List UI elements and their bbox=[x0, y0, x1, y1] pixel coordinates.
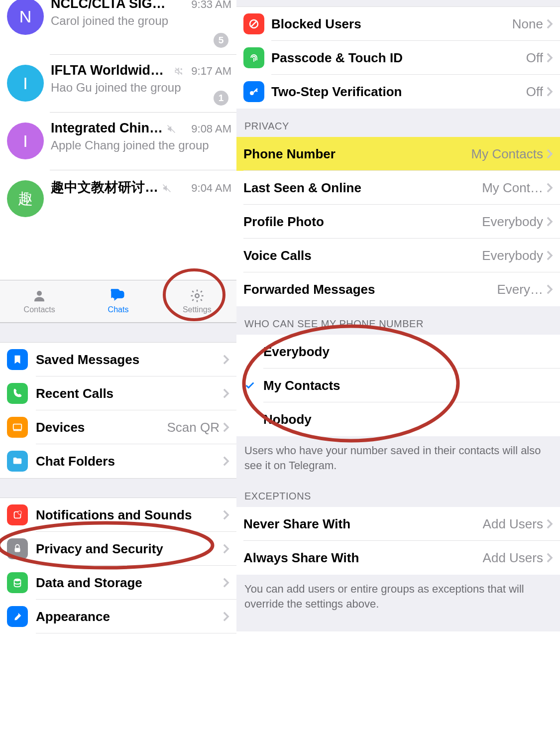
row-value: My Contacts bbox=[471, 146, 544, 162]
chevron-right-icon bbox=[546, 284, 553, 295]
chevron-right-icon bbox=[546, 52, 553, 63]
chat-time: 9:17 AM bbox=[191, 65, 231, 78]
chat-title: Integrated Chin… bbox=[51, 121, 163, 136]
muted-icon bbox=[167, 124, 176, 135]
row-passcode[interactable]: Passcode & Touch ID Off bbox=[236, 41, 560, 75]
section-footer-who: Users who have your number saved in thei… bbox=[236, 436, 560, 486]
settings-chat-folders[interactable]: Chat Folders bbox=[0, 444, 236, 478]
left-pane: N NCLC/CLTA SIG… 9:33 AM Carol joined th… bbox=[0, 0, 236, 747]
chat-time: 9:04 AM bbox=[191, 182, 231, 195]
chat-row[interactable]: I IFLTA Worldwide… 9:17 AM Hao Gu joined… bbox=[0, 55, 236, 113]
settings-data-storage[interactable]: Data and Storage bbox=[0, 566, 236, 600]
row-value: Everybody bbox=[482, 214, 543, 230]
chat-row[interactable]: I Integrated Chin… 9:08 AM Apple Chang j… bbox=[0, 113, 236, 170]
row-forwarded-messages[interactable]: Forwarded Messages Every… bbox=[236, 272, 560, 306]
row-label: Privacy and Security bbox=[36, 541, 163, 557]
settings-notifications[interactable]: Notifications and Sounds bbox=[0, 498, 236, 532]
section-footer-exceptions: You can add users or entire groups as ex… bbox=[236, 575, 560, 631]
option-nobody[interactable]: Nobody bbox=[236, 402, 560, 436]
row-two-step[interactable]: Two-Step Verification Off bbox=[236, 75, 560, 109]
svg-line-11 bbox=[251, 21, 256, 26]
chevron-right-icon bbox=[546, 182, 553, 193]
chevron-right-icon bbox=[546, 86, 553, 97]
chevron-right-icon bbox=[546, 148, 553, 159]
row-phone-number[interactable]: Phone Number My Contacts bbox=[236, 137, 560, 171]
row-label: Never Share With bbox=[243, 516, 350, 532]
tab-contacts[interactable]: Contacts bbox=[0, 280, 79, 322]
chevron-right-icon bbox=[223, 388, 229, 399]
bookmark-icon bbox=[7, 349, 28, 370]
storage-icon bbox=[7, 572, 28, 593]
row-never-share[interactable]: Never Share With Add Users bbox=[236, 507, 560, 541]
row-label: Profile Photo bbox=[243, 214, 324, 230]
row-label: Last Seen & Online bbox=[243, 180, 361, 196]
settings-recent-calls[interactable]: Recent Calls bbox=[0, 376, 236, 410]
settings-saved-messages[interactable]: Saved Messages bbox=[0, 343, 236, 376]
row-profile-photo[interactable]: Profile Photo Everybody bbox=[236, 205, 560, 239]
svg-point-3 bbox=[195, 294, 199, 298]
check-icon bbox=[244, 380, 255, 391]
section-gap bbox=[0, 323, 236, 343]
tab-bar: Contacts Chats Settings bbox=[0, 280, 236, 323]
row-value: My Cont… bbox=[482, 180, 543, 196]
chevron-right-icon bbox=[546, 552, 553, 563]
chevron-right-icon bbox=[223, 354, 229, 365]
chat-subtitle: Apple Chang joined the group bbox=[51, 138, 231, 153]
settings-privacy-security[interactable]: Privacy and Security bbox=[0, 532, 236, 566]
right-pane: Blocked Users None Passcode & Touch ID O… bbox=[236, 0, 560, 747]
row-value: None bbox=[512, 16, 543, 32]
row-blocked-users[interactable]: Blocked Users None bbox=[236, 7, 560, 41]
row-label: Notifications and Sounds bbox=[36, 507, 192, 523]
chats-icon bbox=[110, 288, 126, 303]
option-label: My Contacts bbox=[263, 378, 340, 393]
muted-icon bbox=[162, 183, 171, 194]
row-always-share[interactable]: Always Share With Add Users bbox=[236, 541, 560, 575]
row-label: Saved Messages bbox=[36, 352, 139, 368]
svg-point-12 bbox=[250, 91, 254, 95]
settings-devices[interactable]: Devices Scan QR bbox=[0, 410, 236, 444]
row-value: Every… bbox=[497, 282, 543, 297]
row-label: Data and Storage bbox=[36, 575, 142, 591]
muted-icon bbox=[174, 66, 183, 77]
chevron-right-icon bbox=[546, 216, 553, 227]
chat-subtitle: Carol joined the group bbox=[51, 13, 231, 28]
chat-time: 9:33 AM bbox=[191, 0, 231, 11]
chevron-right-icon bbox=[546, 18, 553, 29]
svg-rect-8 bbox=[15, 548, 20, 552]
row-value: Scan QR bbox=[167, 420, 220, 435]
svg-point-2 bbox=[37, 291, 42, 296]
row-label: Recent Calls bbox=[36, 386, 113, 401]
tab-chats[interactable]: Chats bbox=[79, 280, 157, 322]
option-everybody[interactable]: Everybody bbox=[236, 335, 560, 369]
chevron-right-icon bbox=[546, 518, 553, 529]
option-my-contacts[interactable]: My Contacts bbox=[236, 369, 560, 402]
settings-appearance[interactable]: Appearance bbox=[0, 600, 236, 633]
chat-subtitle: Hao Gu joined the group bbox=[51, 80, 231, 95]
row-label: Voice Calls bbox=[243, 248, 312, 263]
chat-row[interactable]: N NCLC/CLTA SIG… 9:33 AM Carol joined th… bbox=[0, 0, 236, 55]
chevron-right-icon bbox=[223, 577, 229, 588]
unread-badge: 5 bbox=[214, 33, 228, 48]
row-label: Chat Folders bbox=[36, 454, 115, 469]
row-value: Add Users bbox=[483, 516, 543, 532]
row-value: Off bbox=[526, 84, 543, 100]
tab-settings[interactable]: Settings bbox=[158, 280, 236, 322]
section-gap bbox=[0, 478, 236, 498]
chat-title: IFLTA Worldwide… bbox=[51, 63, 170, 78]
row-voice-calls[interactable]: Voice Calls Everybody bbox=[236, 239, 560, 272]
chat-row[interactable]: 趣 趣中文教材研讨… 9:04 AM bbox=[0, 170, 236, 228]
row-label: Phone Number bbox=[243, 146, 336, 162]
tab-label: Settings bbox=[183, 305, 212, 314]
section-header-privacy: PRIVACY bbox=[236, 109, 560, 137]
row-value: Add Users bbox=[483, 550, 543, 566]
devices-icon bbox=[7, 417, 28, 438]
chevron-right-icon bbox=[223, 422, 229, 433]
row-value: Off bbox=[526, 50, 543, 66]
row-last-seen[interactable]: Last Seen & Online My Cont… bbox=[236, 171, 560, 205]
key-icon bbox=[243, 81, 264, 102]
chevron-right-icon bbox=[223, 611, 229, 622]
svg-rect-4 bbox=[13, 424, 22, 430]
row-label: Devices bbox=[36, 420, 85, 435]
chevron-right-icon bbox=[223, 456, 229, 467]
row-label: Appearance bbox=[36, 609, 110, 624]
